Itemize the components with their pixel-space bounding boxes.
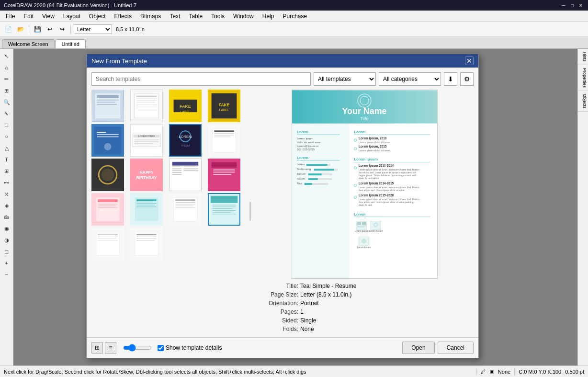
dialog-close-button[interactable]: ✕	[465, 57, 474, 65]
color-indicator: ▣	[489, 368, 494, 375]
template-thumb-6[interactable]: LOREM IPSUM	[130, 124, 163, 157]
detail-folds-label: Folds:	[260, 326, 298, 332]
zoom-slider[interactable]	[123, 344, 152, 352]
svg-rect-43	[214, 133, 234, 134]
show-details-checkbox[interactable]	[158, 345, 164, 351]
template-thumb-18[interactable]	[130, 228, 163, 260]
menu-effects[interactable]: Effects	[111, 12, 136, 21]
menu-object[interactable]: Object	[85, 12, 110, 21]
title-bar: CorelDRAW 2020 (64-Bit Evaluation Versio…	[0, 0, 588, 11]
minimize-button[interactable]: ─	[560, 2, 567, 9]
template-thumb-15[interactable]	[169, 193, 202, 226]
svg-rect-42	[214, 130, 234, 132]
template-thumb-12[interactable]	[208, 159, 240, 191]
open-button[interactable]: 📂	[15, 24, 26, 34]
svg-rect-2	[97, 95, 118, 98]
svg-rect-165	[362, 222, 366, 225]
detail-title-row: Title: Teal Simple - Resume	[260, 283, 474, 289]
template-thumb-9[interactable]	[91, 159, 124, 191]
template-thumb-1[interactable]	[91, 90, 124, 122]
svg-text:IPSUM: IPSUM	[181, 144, 190, 147]
show-details-row: Show template details	[158, 344, 222, 351]
template-thumb-13[interactable]	[91, 193, 124, 226]
close-button[interactable]: ✕	[577, 2, 584, 9]
tab-untitled[interactable]: Untitled	[56, 39, 86, 48]
import-icon-btn[interactable]: ⬇	[444, 72, 457, 86]
toolbar-separator-2	[70, 25, 71, 34]
open-button[interactable]: Open	[402, 342, 434, 354]
search-input[interactable]	[91, 72, 311, 86]
svg-rect-13	[136, 106, 153, 106]
svg-rect-8	[136, 96, 157, 97]
svg-rect-98	[98, 240, 117, 240]
resize-handle[interactable]	[249, 90, 251, 332]
svg-text:Lorem ipsum dolor sit amet.: Lorem ipsum dolor sit amet.	[359, 141, 391, 144]
svg-rect-96	[98, 237, 117, 237]
menu-view[interactable]: View	[38, 12, 58, 21]
svg-rect-83	[175, 206, 193, 206]
menu-file[interactable]: File	[2, 12, 19, 21]
template-thumb-8[interactable]	[208, 124, 240, 157]
template-thumb-14[interactable]	[130, 193, 163, 226]
svg-rect-70	[98, 206, 116, 206]
detail-orientation-value: Portrait	[300, 300, 319, 307]
detail-orientation-row: Orientation: Portrait	[260, 300, 474, 307]
detail-pages-label: Pages:	[260, 308, 298, 315]
svg-text:Lorem@ipsum.st: Lorem@ipsum.st	[296, 145, 318, 148]
menu-window[interactable]: Window	[229, 12, 258, 21]
redo-button[interactable]: ↪	[57, 24, 68, 34]
status-bar: Next click for Drag/Scale; Second click …	[0, 366, 588, 377]
list-view-btn[interactable]: ≡	[105, 342, 116, 354]
new-button[interactable]: 📄	[3, 24, 13, 34]
template-thumb-5[interactable]	[91, 124, 124, 157]
dialog-content: All templates All categories ⬇ ⚙	[87, 68, 478, 337]
toolbar-separator-1	[29, 25, 29, 34]
svg-text:diam. At sed.: diam. At sed.	[359, 204, 373, 206]
settings-icon-btn[interactable]: ⚙	[460, 72, 474, 86]
svg-point-28	[104, 143, 111, 150]
svg-rect-69	[98, 204, 117, 205]
menu-layout[interactable]: Layout	[59, 12, 84, 21]
template-thumb-7[interactable]: LOREM IPSUM	[169, 124, 202, 157]
svg-rect-41	[213, 129, 236, 152]
svg-text:duis elit no sed. Lorem ipsum : duis elit no sed. Lorem ipsum dolor sit …	[359, 201, 415, 204]
template-grid: FAKE LABEL FAKE LABEL	[91, 90, 245, 332]
undo-button[interactable]: ↩	[45, 24, 55, 34]
category-filter-select[interactable]: All categories	[379, 72, 441, 86]
template-thumb-3[interactable]: FAKE LABEL	[169, 90, 202, 122]
grid-view-btn[interactable]: ⊞	[91, 342, 103, 354]
menu-bitmaps[interactable]: Bitmaps	[136, 12, 165, 21]
svg-rect-87	[213, 205, 236, 206]
menu-purchase[interactable]: Purchase	[279, 12, 311, 21]
svg-text:LABEL: LABEL	[219, 108, 229, 112]
template-thumb-17[interactable]	[91, 228, 124, 260]
menu-help[interactable]: Help	[259, 12, 278, 21]
restore-button[interactable]: □	[569, 2, 576, 9]
dialog-title-bar: New From Template ✕	[87, 54, 478, 68]
page-size-select[interactable]: Letter	[74, 24, 112, 34]
template-thumb-10[interactable]: HAPPY BIRTHDAY	[130, 159, 163, 191]
svg-text:HAPPY: HAPPY	[139, 170, 154, 175]
svg-text:Lorem: Lorem	[296, 163, 305, 166]
template-filter-select[interactable]: All templates	[314, 72, 376, 86]
cancel-button[interactable]: Cancel	[438, 342, 474, 354]
svg-rect-3	[97, 100, 118, 101]
save-button[interactable]: 💾	[32, 24, 43, 34]
template-thumb-2[interactable]	[130, 90, 163, 122]
detail-sided-label: Sided:	[260, 317, 298, 324]
menu-tools[interactable]: Tools	[207, 12, 228, 21]
menu-text[interactable]: Text	[166, 12, 184, 21]
svg-rect-126	[314, 169, 334, 171]
svg-rect-59	[172, 172, 181, 173]
menu-edit[interactable]: Edit	[20, 12, 37, 21]
detail-folds-row: Folds: None	[260, 326, 474, 332]
svg-text:dui elit no sed. Lorem ipsum e: dui elit no sed. Lorem ipsum et. ipsum m…	[359, 171, 417, 174]
detail-sided-row: Sided: Single	[260, 317, 474, 324]
svg-text:Lorem ipsum: Lorem ipsum	[296, 137, 313, 140]
menu-table[interactable]: Table	[185, 12, 206, 21]
tab-welcome[interactable]: Welcome Screen	[2, 39, 55, 48]
svg-point-146	[354, 166, 357, 169]
template-thumb-16[interactable]	[208, 193, 240, 226]
template-thumb-4[interactable]: FAKE LABEL	[208, 90, 240, 122]
template-thumb-11[interactable]	[169, 159, 202, 191]
